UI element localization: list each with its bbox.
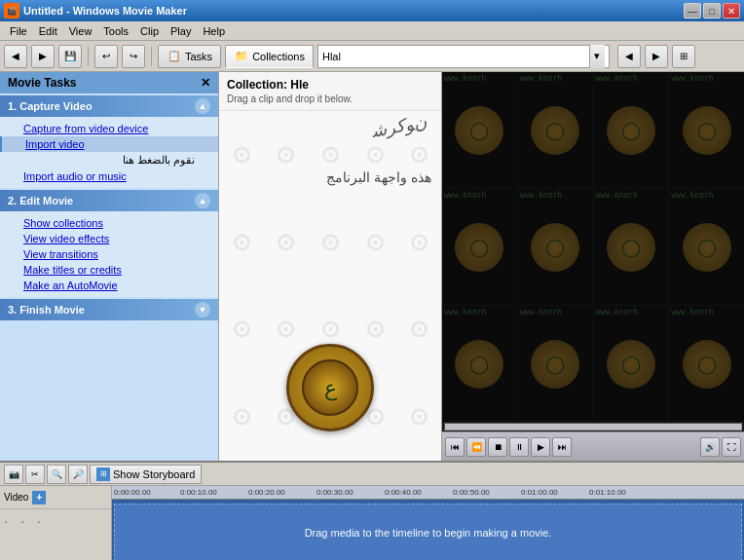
- minimize-button[interactable]: —: [684, 3, 701, 19]
- timeline-main: Video + · · · 0:00:00.00 0:00:10.00 0:00…: [0, 486, 744, 560]
- svg-text:ع: ع: [324, 376, 337, 401]
- timeline-tool-zoom-out[interactable]: 🔎: [68, 465, 88, 484]
- preview-seek-end[interactable]: ⏭: [552, 437, 572, 457]
- view-video-effects[interactable]: View video effects: [0, 231, 218, 246]
- timeline-toolbar: 📷 ✂ 🔍 🔎 ⊞ Show Storyboard: [0, 463, 744, 486]
- preview-volume[interactable]: 🔊: [700, 437, 720, 457]
- menu-edit[interactable]: Edit: [33, 24, 63, 38]
- timeline-tool-cam[interactable]: 📷: [4, 465, 23, 484]
- timeline-right[interactable]: 0:00:00.00 0:00:10.00 0:00:20.00 0:00:30…: [112, 486, 744, 560]
- preview-cell-9: www.knorh ◯: [442, 306, 517, 422]
- preview-cell-12: www.knorh ◯: [669, 306, 744, 422]
- ruler-mark-5: 0:00:50.00: [453, 488, 490, 497]
- edit-movie-section-header[interactable]: 2. Edit Movie ▲: [0, 190, 218, 211]
- finish-movie-section-header[interactable]: 3. Finish Movie ▼: [0, 299, 218, 320]
- tasks-tab-icon: 📋: [167, 49, 182, 64]
- toolbar-forward-btn[interactable]: ▶: [31, 45, 55, 68]
- toolbar-redo-btn[interactable]: ↪: [122, 45, 145, 68]
- capture-video-content: Capture from video device Import video ن…: [0, 117, 218, 188]
- view-video-transitions[interactable]: View transitions: [0, 246, 218, 262]
- preview-cell-5: www.knorh ◯: [442, 189, 517, 305]
- preview-controls: ⏮ ⏪ ⏹ ⏸ ▶ ⏭ 🔊 ⛶: [442, 431, 744, 461]
- collection-panel: Collection: Hle Drag a clip and drop it …: [219, 72, 442, 461]
- show-collections[interactable]: Show collections: [0, 215, 218, 231]
- ruler-mark-4: 0:00:40.00: [385, 488, 422, 497]
- timeline-ruler: 0:00:00.00 0:00:10.00 0:00:20.00 0:00:30…: [112, 486, 744, 500]
- toolbar-view1-btn[interactable]: ◀: [617, 45, 641, 68]
- dropdown-arrow[interactable]: ▾: [589, 45, 605, 68]
- capture-video-arrow: ▲: [195, 98, 210, 114]
- title-bar-left: 🎬 Untitled - Windows Movie Maker: [4, 3, 187, 19]
- capture-video-title: 1. Capture Video: [8, 100, 93, 112]
- movie-tasks-close[interactable]: ✕: [201, 76, 210, 90]
- collection-title: Collection: Hle: [227, 78, 433, 92]
- movie-tasks-panel: Movie Tasks ✕ 1. Capture Video ▲ Capture…: [0, 72, 219, 461]
- show-storyboard-button[interactable]: ⊞ Show Storyboard: [90, 465, 202, 484]
- collection-subtitle: Drag a clip and drop it below.: [227, 93, 433, 104]
- tab-tasks[interactable]: 📋 Tasks: [158, 45, 221, 68]
- preview-cell-7: www.knorh ◯: [594, 189, 669, 305]
- menu-view[interactable]: View: [63, 24, 98, 38]
- preview-panel: www.knorh ◯ www.knorh ◯ www.knorh ◯ www.…: [442, 72, 744, 461]
- preview-cell-8: www.knorh ◯: [669, 189, 744, 305]
- menu-file[interactable]: File: [4, 24, 33, 38]
- menu-play[interactable]: Play: [165, 24, 197, 38]
- preview-cell-6: www.knorh ◯: [518, 189, 593, 305]
- maximize-button[interactable]: □: [703, 3, 721, 19]
- app-icon: 🎬: [4, 3, 19, 19]
- close-button[interactable]: ✕: [723, 3, 740, 19]
- timeline-dots: · · ·: [0, 509, 111, 535]
- separator-2: [151, 47, 152, 66]
- app-title: Untitled - Windows Movie Maker: [23, 5, 187, 17]
- finish-movie-arrow: ▼: [195, 302, 210, 317]
- capture-from-device[interactable]: Capture from video device: [0, 121, 218, 136]
- timeline-tool-scissor[interactable]: ✂: [25, 465, 45, 484]
- menu-help[interactable]: Help: [197, 24, 231, 38]
- timeline-drop-area[interactable]: Drag media to the timeline to begin maki…: [114, 504, 742, 560]
- preview-rewind[interactable]: ⏪: [466, 437, 486, 457]
- ruler-mark-6: 0:01:00.00: [521, 488, 558, 497]
- video-track-label: Video +: [0, 486, 111, 509]
- menu-clip[interactable]: Clip: [134, 24, 165, 38]
- toolbar-views-btn[interactable]: ⊞: [672, 45, 695, 68]
- signature: ﻥﻮﻛﺮﺷ: [371, 111, 428, 141]
- make-automovie[interactable]: Make an AutoMovie: [0, 278, 218, 293]
- toolbar-view2-btn[interactable]: ▶: [645, 45, 668, 68]
- timeline-drop-text: Drag media to the timeline to begin maki…: [305, 527, 552, 539]
- toolbar-back-btn[interactable]: ◀: [4, 45, 27, 68]
- preview-play[interactable]: ▶: [531, 437, 550, 457]
- menu-tools[interactable]: Tools: [97, 24, 134, 38]
- import-audio[interactable]: Import audio or music: [0, 168, 218, 184]
- preview-fullscreen[interactable]: ⛶: [722, 437, 741, 457]
- toolbar-undo-btn[interactable]: ↩: [94, 45, 118, 68]
- storyboard-icon: ⊞: [96, 467, 110, 481]
- preview-stop[interactable]: ⏹: [488, 437, 507, 457]
- ruler-mark-2: 0:00:20.00: [248, 488, 285, 497]
- capture-video-section-header[interactable]: 1. Capture Video ▲: [0, 95, 218, 117]
- preview-seek-start[interactable]: ⏮: [445, 437, 465, 457]
- import-video[interactable]: Import video: [0, 136, 218, 152]
- preview-cell-11: www.knorh ◯: [594, 306, 669, 422]
- seek-bar[interactable]: [444, 423, 742, 430]
- preview-area: www.knorh ◯ www.knorh ◯ www.knorh ◯ www.…: [442, 72, 744, 422]
- preview-cell-10: www.knorh ◯: [518, 306, 593, 422]
- tasks-tab-label: Tasks: [185, 51, 212, 62]
- preview-cell-3: www.knorh ◯: [594, 72, 669, 188]
- ruler-mark-3: 0:00:30.00: [316, 488, 353, 497]
- timeline-container: 📷 ✂ 🔍 🔎 ⊞ Show Storyboard Video + · · · …: [0, 461, 744, 560]
- add-video-btn[interactable]: +: [32, 491, 46, 504]
- ruler-mark-7: 0:01:10.00: [589, 488, 626, 497]
- import-pictures-rtl: نقوم بالضغط هنا: [0, 152, 218, 168]
- toolbar-save-btn[interactable]: 💾: [58, 45, 82, 68]
- movie-tasks-title: Movie Tasks: [8, 76, 76, 90]
- collection-logo: ع: [286, 344, 374, 431]
- timeline-tool-zoom-in[interactable]: 🔍: [47, 465, 66, 484]
- collections-dropdown[interactable]: Hlal ▾: [317, 45, 610, 68]
- preview-pause[interactable]: ⏸: [509, 437, 529, 457]
- preview-cell-4: www.knorh ◯: [669, 72, 744, 188]
- tab-collections[interactable]: 📁 Collections: [225, 45, 314, 68]
- separator-1: [88, 47, 89, 66]
- make-titles-credits[interactable]: Make titles or credits: [0, 262, 218, 278]
- storyboard-label: Show Storyboard: [113, 468, 195, 480]
- toolbar: ◀ ▶ 💾 ↩ ↪ 📋 Tasks 📁 Collections Hlal ▾ ◀…: [0, 41, 744, 72]
